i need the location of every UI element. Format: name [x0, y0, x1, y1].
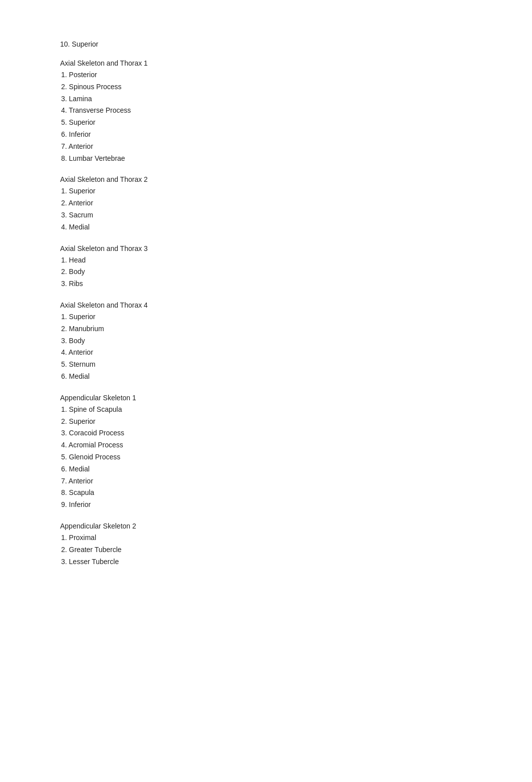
section-1-item-1: 2. Anterior — [60, 197, 532, 209]
section-4-item-1: 2. Superior — [60, 416, 532, 428]
section-4-item-0: 1. Spine of Scapula — [60, 404, 532, 416]
section-3-item-3: 4. Anterior — [60, 347, 532, 359]
section-header-3: Axial Skeleton and Thorax 4 — [60, 301, 532, 309]
section-3-item-2: 3. Body — [60, 335, 532, 347]
section-block-1: Axial Skeleton and Thorax 21. Superior2.… — [60, 175, 532, 233]
section-0-item-5: 6. Inferior — [60, 129, 532, 141]
section-5-item-1: 2. Greater Tubercle — [60, 544, 532, 556]
section-block-0: Axial Skeleton and Thorax 11. Posterior2… — [60, 59, 532, 164]
intro-item-10-text: 10. Superior — [60, 40, 98, 48]
intro-item-10: 10. Superior — [60, 40, 532, 48]
section-2-item-0: 1. Head — [60, 254, 532, 267]
section-3-item-0: 1. Superior — [60, 311, 532, 323]
section-3-item-5: 6. Medial — [60, 371, 532, 383]
section-1-item-2: 3. Sacrum — [60, 209, 532, 221]
section-0-item-2: 3. Lamina — [60, 93, 532, 105]
section-0-item-0: 1. Posterior — [60, 69, 532, 81]
section-5-item-0: 1. Proximal — [60, 532, 532, 544]
section-3-item-4: 5. Sternum — [60, 359, 532, 371]
section-1-item-0: 1. Superior — [60, 185, 532, 197]
page-content: 10. Superior Axial Skeleton and Thorax 1… — [0, 0, 532, 619]
section-4-item-6: 7. Anterior — [60, 475, 532, 487]
section-0-item-6: 7. Anterior — [60, 141, 532, 153]
section-2-item-2: 3. Ribs — [60, 278, 532, 290]
section-4-item-8: 9. Inferior — [60, 499, 532, 511]
section-4-item-5: 6. Medial — [60, 463, 532, 475]
section-block-5: Appendicular Skeleton 21. Proximal2. Gre… — [60, 522, 532, 568]
section-4-item-2: 3. Coracoid Process — [60, 427, 532, 439]
section-5-item-2: 3. Lesser Tubercle — [60, 556, 532, 568]
section-block-4: Appendicular Skeleton 11. Spine of Scapu… — [60, 394, 532, 511]
section-block-2: Axial Skeleton and Thorax 31. Head2. Bod… — [60, 244, 532, 290]
section-header-5: Appendicular Skeleton 2 — [60, 522, 532, 530]
section-2-item-1: 2. Body — [60, 266, 532, 278]
section-0-item-1: 2. Spinous Process — [60, 81, 532, 93]
section-block-3: Axial Skeleton and Thorax 41. Superior2.… — [60, 301, 532, 383]
section-3-item-1: 2. Manubrium — [60, 323, 532, 335]
section-header-0: Axial Skeleton and Thorax 1 — [60, 59, 532, 67]
section-header-1: Axial Skeleton and Thorax 2 — [60, 175, 532, 183]
section-0-item-3: 4. Transverse Process — [60, 105, 532, 117]
section-0-item-7: 8. Lumbar Vertebrae — [60, 153, 532, 165]
section-1-item-3: 4. Medial — [60, 221, 532, 233]
section-0-item-4: 5. Superior — [60, 117, 532, 129]
section-4-item-7: 8. Scapula — [60, 487, 532, 499]
section-header-2: Axial Skeleton and Thorax 3 — [60, 244, 532, 252]
section-4-item-3: 4. Acromial Process — [60, 439, 532, 451]
section-header-4: Appendicular Skeleton 1 — [60, 394, 532, 402]
sections-container: Axial Skeleton and Thorax 11. Posterior2… — [60, 59, 532, 568]
section-4-item-4: 5. Glenoid Process — [60, 451, 532, 463]
